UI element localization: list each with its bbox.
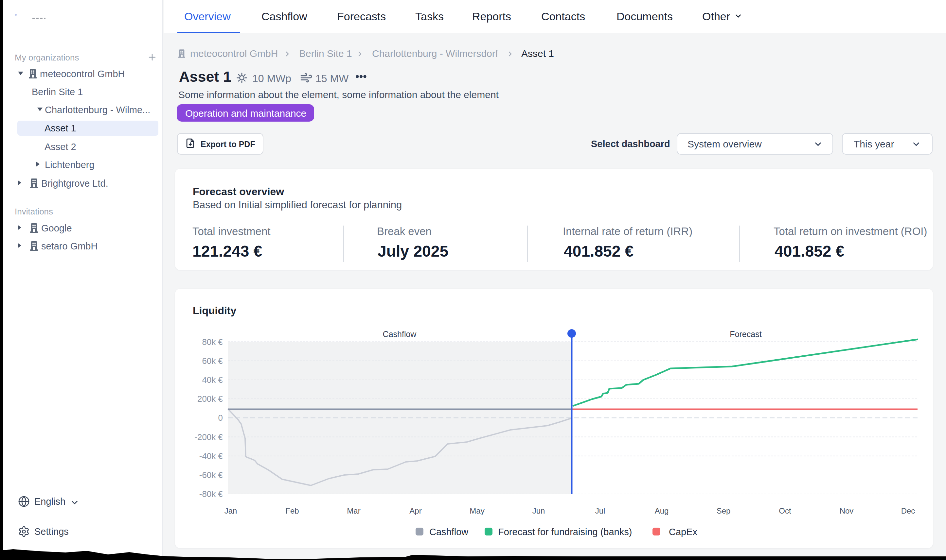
svg-text:Mar: Mar	[347, 506, 360, 515]
svg-text:Cashflow: Cashflow	[383, 329, 417, 339]
svg-text:-40k €: -40k €	[199, 451, 223, 461]
svg-text:Forecast for fundraising (bank: Forecast for fundraising (banks)	[498, 527, 632, 537]
svg-text:Cashflow: Cashflow	[429, 527, 469, 537]
svg-text:Aug: Aug	[655, 506, 669, 515]
svg-text:Forecast: Forecast	[730, 329, 761, 339]
svg-text:60k €: 60k €	[202, 356, 223, 366]
svg-text:-200k €: -200k €	[194, 432, 223, 442]
svg-text:0: 0	[218, 413, 223, 423]
svg-text:Jul: Jul	[595, 506, 605, 515]
svg-text:-60k €: -60k €	[199, 470, 223, 480]
svg-text:Jun: Jun	[532, 506, 545, 515]
svg-text:200k €: 200k €	[197, 394, 223, 404]
svg-text:CapEx: CapEx	[669, 527, 698, 537]
svg-text:40k €: 40k €	[202, 375, 223, 385]
svg-text:80k €: 80k €	[202, 337, 223, 347]
svg-text:Sep: Sep	[717, 506, 731, 515]
svg-text:Dec: Dec	[901, 506, 915, 515]
svg-text:May: May	[469, 506, 484, 515]
svg-text:Feb: Feb	[285, 506, 299, 515]
svg-text:-80k €: -80k €	[199, 489, 223, 499]
svg-text:Oct: Oct	[779, 506, 791, 515]
svg-text:Jan: Jan	[224, 506, 237, 515]
svg-text:Apr: Apr	[409, 506, 421, 515]
svg-text:Nov: Nov	[840, 506, 854, 515]
